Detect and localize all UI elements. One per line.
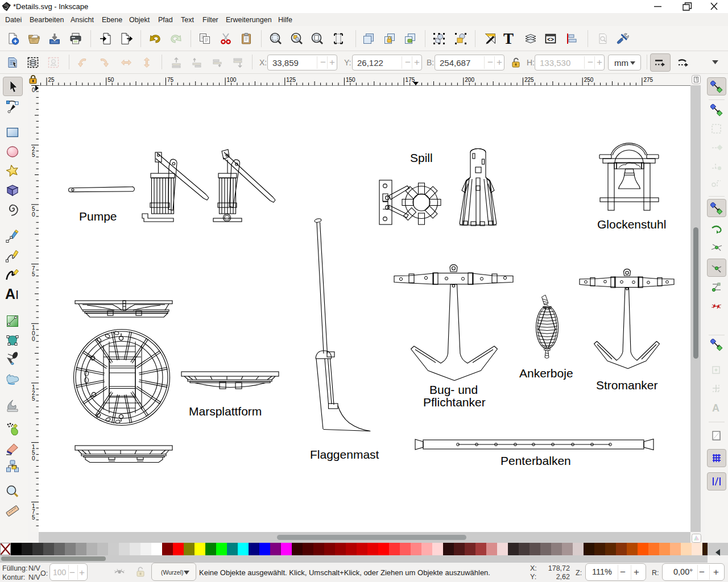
svg-text:<>: <> [547,37,554,43]
svg-text:75: 75 [167,77,174,83]
svg-text:0: 0 [32,336,35,342]
svg-text:Marsplattform: Marsplattform [189,405,262,418]
svg-text:0: 0 [32,87,35,93]
svg-text:0: 0 [32,455,35,462]
svg-text:Stromanker: Stromanker [596,379,658,392]
svg-text:50: 50 [107,77,114,83]
svg-text:125: 125 [286,77,296,83]
svg-text:150: 150 [346,77,355,83]
svg-text:100: 100 [227,77,237,83]
svg-text:Pflichtanker: Pflichtanker [423,396,486,409]
svg-text:5: 5 [32,152,35,158]
svg-text:5: 5 [32,396,35,402]
svg-text:Penterbalken: Penterbalken [500,454,571,467]
svg-text:Spill: Spill [410,151,433,164]
svg-text:25: 25 [48,77,55,83]
svg-text:5: 5 [32,271,35,277]
svg-text:200: 200 [465,77,474,83]
svg-text:Bug- und: Bug- und [429,383,478,396]
svg-text:A: A [712,402,719,414]
svg-text:Pumpe: Pumpe [79,210,117,223]
svg-text:275: 275 [643,77,653,83]
svg-text:Ankerboje: Ankerboje [519,367,573,380]
svg-text:0: 0 [32,211,35,218]
svg-text:Glockenstuhl: Glockenstuhl [597,218,666,231]
svg-text:250: 250 [584,77,594,83]
svg-text:Flaggenmast: Flaggenmast [310,448,379,461]
svg-text:5: 5 [32,514,35,521]
svg-text:225: 225 [524,77,534,83]
